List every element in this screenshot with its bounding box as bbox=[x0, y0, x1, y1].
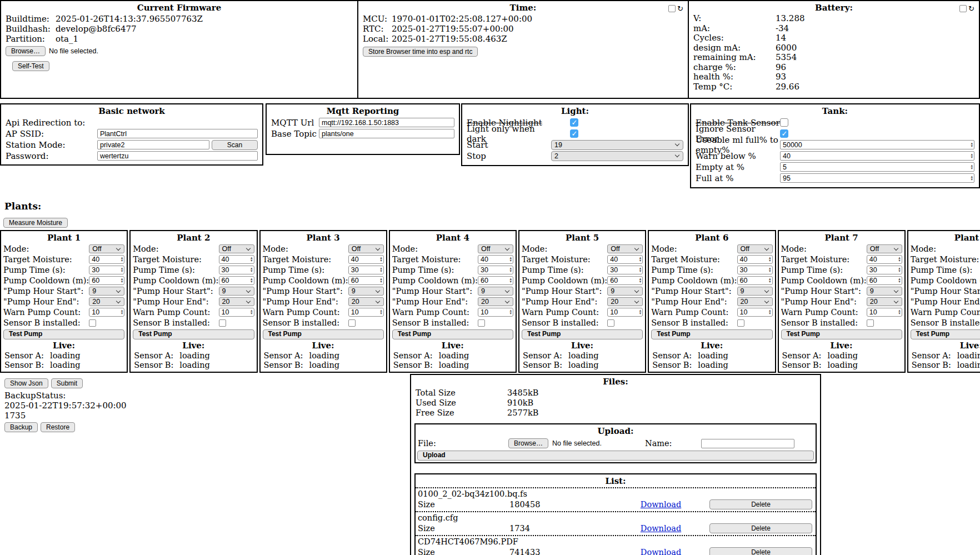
sensor-b-installed-checkbox[interactable] bbox=[89, 319, 96, 327]
sensor-b-installed-checkbox[interactable] bbox=[348, 319, 356, 327]
pump-hour-end-select[interactable]: 20 bbox=[89, 297, 124, 306]
self-test-button[interactable]: Self-Test bbox=[12, 61, 49, 71]
pump-cooldown-input[interactable]: 60 ▴▾ bbox=[219, 276, 254, 285]
pump-time-input[interactable]: 30 ▴▾ bbox=[607, 266, 643, 274]
pump-time-input[interactable]: 30 ▴▾ bbox=[348, 266, 384, 274]
warn-pump-count-input[interactable]: 10 ▴▾ bbox=[867, 308, 902, 317]
pump-hour-start-select[interactable]: 9 bbox=[478, 287, 513, 296]
target-moisture-input[interactable]: 40 ▴▾ bbox=[607, 255, 643, 264]
download-link[interactable]: Download bbox=[641, 548, 681, 555]
upload-name-input[interactable] bbox=[701, 439, 794, 448]
pump-hour-start-select[interactable]: 9 bbox=[348, 287, 384, 296]
sensor-b-installed-checkbox[interactable] bbox=[737, 319, 744, 327]
sensor-b-installed-checkbox[interactable] bbox=[219, 319, 226, 327]
pump-cooldown-input[interactable]: 60 ▴▾ bbox=[867, 276, 902, 285]
pump-hour-start-select[interactable]: 9 bbox=[219, 287, 254, 296]
battery-autorefresh-checkbox[interactable] bbox=[959, 5, 967, 12]
warn-pump-count-input[interactable]: 10 ▴▾ bbox=[89, 308, 124, 317]
sensor-b-installed-checkbox[interactable] bbox=[867, 319, 874, 327]
station-mode-input[interactable] bbox=[97, 140, 209, 149]
pump-time-input[interactable]: 30 ▴▾ bbox=[478, 266, 513, 274]
password-input[interactable] bbox=[97, 151, 258, 161]
pump-hour-start-select[interactable]: 9 bbox=[737, 287, 773, 296]
light-only-when-dark-checkbox[interactable] bbox=[570, 129, 578, 138]
target-moisture-input[interactable]: 40 ▴▾ bbox=[89, 255, 124, 264]
target-moisture-input[interactable]: 40 ▴▾ bbox=[348, 255, 384, 264]
pump-cooldown-input[interactable]: 60 ▴▾ bbox=[89, 276, 124, 285]
mode-select[interactable]: Off bbox=[478, 244, 513, 253]
pump-time-input[interactable]: 30 ▴▾ bbox=[89, 266, 124, 274]
restore-button[interactable]: Restore bbox=[41, 422, 75, 432]
empty-at-input[interactable]: 5 ▴▾ bbox=[780, 162, 974, 172]
firmware-browse-button[interactable]: Browse… bbox=[6, 46, 46, 56]
target-moisture-input[interactable]: 40 ▴▾ bbox=[219, 255, 254, 264]
mode-select[interactable]: Off bbox=[607, 244, 643, 253]
delete-button[interactable]: Delete bbox=[709, 547, 812, 555]
test-pump-button[interactable]: Test Pump bbox=[263, 329, 384, 339]
delete-button[interactable]: Delete bbox=[709, 499, 812, 509]
pump-hour-start-select[interactable]: 9 bbox=[607, 287, 643, 296]
pump-cooldown-input[interactable]: 60 ▴▾ bbox=[737, 276, 773, 285]
full-at-input[interactable]: 95 ▴▾ bbox=[780, 173, 974, 183]
mode-select[interactable]: Off bbox=[737, 244, 773, 253]
test-pump-button[interactable]: Test Pump bbox=[781, 329, 902, 339]
test-pump-button[interactable]: Test Pump bbox=[3, 329, 124, 339]
show-json-button[interactable]: Show Json bbox=[4, 378, 48, 388]
pump-time-input[interactable]: 30 ▴▾ bbox=[867, 266, 902, 274]
ap-ssid-input[interactable] bbox=[97, 129, 258, 138]
measure-moisture-button[interactable]: Measure Moisture bbox=[3, 218, 68, 228]
pump-cooldown-input[interactable]: 60 ▴▾ bbox=[607, 276, 643, 285]
test-pump-button[interactable]: Test Pump bbox=[392, 329, 513, 339]
pump-hour-end-select[interactable]: 20 bbox=[737, 297, 773, 306]
useable-ml-input[interactable]: 50000 ▴▾ bbox=[780, 140, 974, 149]
pump-hour-start-select[interactable]: 9 bbox=[867, 287, 902, 296]
pump-hour-end-select[interactable]: 20 bbox=[478, 297, 513, 306]
scan-button[interactable]: Scan bbox=[212, 140, 258, 150]
upload-button[interactable]: Upload bbox=[417, 451, 814, 461]
light-stop-select[interactable]: 2 bbox=[551, 151, 683, 161]
mqtt-url-input[interactable] bbox=[319, 118, 454, 127]
base-topic-input[interactable] bbox=[319, 129, 454, 138]
test-pump-button[interactable]: Test Pump bbox=[911, 329, 980, 339]
pump-time-input[interactable]: 30 ▴▾ bbox=[219, 266, 254, 274]
sensor-b-installed-checkbox[interactable] bbox=[478, 319, 485, 327]
upload-browse-button[interactable]: Browse… bbox=[508, 438, 548, 448]
enable-nightlight-checkbox[interactable] bbox=[570, 118, 578, 127]
download-link[interactable]: Download bbox=[641, 500, 681, 509]
pump-time-input[interactable]: 30 ▴▾ bbox=[737, 266, 773, 274]
light-start-select[interactable]: 19 bbox=[551, 140, 683, 150]
warn-pump-count-input[interactable]: 10 ▴▾ bbox=[607, 308, 643, 317]
mode-select[interactable]: Off bbox=[348, 244, 384, 253]
time-autorefresh-checkbox[interactable] bbox=[668, 5, 676, 12]
refresh-icon[interactable]: ↻ bbox=[968, 5, 974, 12]
delete-button[interactable]: Delete bbox=[709, 523, 812, 533]
warn-pump-count-input[interactable]: 10 ▴▾ bbox=[478, 308, 513, 317]
pump-hour-end-select[interactable]: 20 bbox=[348, 297, 384, 306]
warn-pump-count-input[interactable]: 10 ▴▾ bbox=[219, 308, 254, 317]
submit-button[interactable]: Submit bbox=[51, 378, 83, 388]
target-moisture-input[interactable]: 40 ▴▾ bbox=[867, 255, 902, 264]
sensor-b-installed-checkbox[interactable] bbox=[607, 319, 614, 327]
test-pump-button[interactable]: Test Pump bbox=[522, 329, 643, 339]
pump-hour-end-select[interactable]: 20 bbox=[219, 297, 254, 306]
target-moisture-input[interactable]: 40 ▴▾ bbox=[737, 255, 773, 264]
pump-hour-end-select[interactable]: 20 bbox=[607, 297, 643, 306]
test-pump-button[interactable]: Test Pump bbox=[651, 329, 772, 339]
pump-hour-start-select[interactable]: 9 bbox=[89, 287, 124, 296]
pump-cooldown-input[interactable]: 60 ▴▾ bbox=[348, 276, 384, 285]
mode-select[interactable]: Off bbox=[89, 244, 124, 253]
refresh-icon[interactable]: ↻ bbox=[677, 5, 683, 12]
warn-below-input[interactable]: 40 ▴▾ bbox=[780, 151, 974, 161]
target-moisture-input[interactable]: 40 ▴▾ bbox=[478, 255, 513, 264]
test-pump-button[interactable]: Test Pump bbox=[133, 329, 254, 339]
pump-hour-end-select[interactable]: 20 bbox=[867, 297, 902, 306]
pump-cooldown-input[interactable]: 60 ▴▾ bbox=[478, 276, 513, 285]
enable-tank-sensor-checkbox[interactable] bbox=[780, 118, 788, 127]
store-browser-time-button[interactable]: Store Browser time into esp and rtc bbox=[363, 47, 478, 57]
warn-pump-count-input[interactable]: 10 ▴▾ bbox=[348, 308, 384, 317]
mode-select[interactable]: Off bbox=[867, 244, 902, 253]
ignore-sensor-error-checkbox[interactable] bbox=[780, 129, 788, 138]
backup-button[interactable]: Backup bbox=[4, 422, 38, 432]
warn-pump-count-input[interactable]: 10 ▴▾ bbox=[737, 308, 773, 317]
download-link[interactable]: Download bbox=[641, 524, 681, 533]
